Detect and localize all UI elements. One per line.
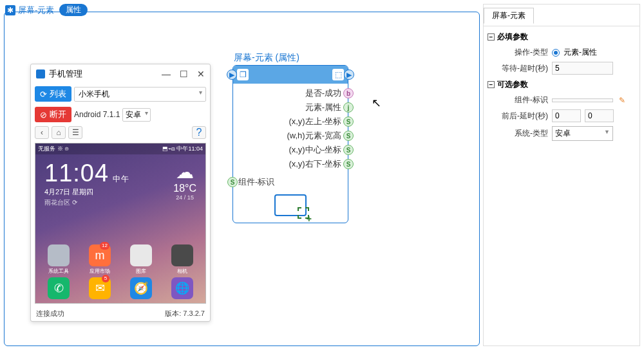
app-label: 图库: [136, 268, 146, 275]
plus-icon: +: [307, 214, 312, 224]
wait-timeout-input[interactable]: 5: [552, 62, 613, 75]
back-button[interactable]: ‹: [35, 126, 49, 139]
phone-screen[interactable]: 无服务 ※ ⊙ ⬒⌁⧈ 中午11:04 11:04中午 4月27日 星期四 雨花…: [35, 143, 206, 304]
app-icon: 🌐: [171, 277, 193, 299]
node-output-label: 元素-属性: [236, 102, 345, 113]
app-相机[interactable]: 相机: [171, 244, 193, 275]
window-titlebar[interactable]: 手机管理 — ☐ ✕: [31, 64, 210, 84]
connection-status: 连接成功: [36, 309, 64, 318]
disconnect-button[interactable]: ⊘断开: [35, 107, 71, 122]
app-icon: ✆: [48, 277, 70, 299]
node-target-icon[interactable]: ⬚: [332, 69, 344, 80]
help-button[interactable]: ?: [192, 126, 206, 139]
node-output-label: (x,y)中心-坐标: [236, 144, 345, 156]
app-globe[interactable]: 🌐: [171, 277, 193, 299]
weather-icon: ☁: [173, 161, 196, 183]
edit-icon[interactable]: ✎: [617, 95, 627, 106]
tab-title: 屏幕-元素: [18, 5, 54, 16]
required-section-header[interactable]: − 必填参数: [488, 29, 636, 45]
badge: 12: [100, 242, 109, 250]
node-copy-icon: ❐: [237, 69, 249, 80]
node-output-port[interactable]: j: [343, 102, 354, 113]
node-input-port[interactable]: S: [227, 177, 238, 187]
wait-timeout-label: 等待-超时(秒): [497, 63, 548, 74]
optional-section-header[interactable]: − 可选参数: [488, 77, 636, 93]
operation-type-label: 操作-类型: [497, 47, 548, 58]
node-output-label: 是否-成功: [236, 88, 345, 99]
props-tab[interactable]: 屏幕-元素: [484, 8, 534, 24]
phone-manager-window: 手机管理 — ☐ ✕ ⟳列表 小米手机 ⊘断开 Android 7.1.1 安卓…: [30, 64, 211, 322]
app-icon: [171, 244, 193, 266]
collapse-icon[interactable]: −: [488, 33, 495, 41]
app-msg[interactable]: ✉5: [89, 277, 111, 299]
node-exec-out-port[interactable]: ▶: [344, 69, 354, 80]
app-phone[interactable]: ✆: [48, 277, 70, 299]
window-title: 手机管理: [49, 68, 158, 80]
delay-after-input[interactable]: 0: [585, 109, 614, 122]
node-output-label: (x,y)左上-坐标: [236, 116, 345, 127]
node-block[interactable]: ▶ ❐ ⬚ ▶ 是否-成功b元素-属性j(x,y)左上-坐标S(w,h)元素-宽…: [232, 65, 348, 223]
app-label: 系统工具: [48, 268, 69, 275]
component-thumbnail[interactable]: +: [274, 194, 307, 216]
app-icon: [130, 244, 152, 266]
component-id-label: 组件-标识: [497, 95, 548, 106]
walk-icon: ✱: [5, 5, 15, 15]
recent-button[interactable]: ☰: [68, 126, 82, 139]
node-header[interactable]: ▶ ❐ ⬚ ▶: [233, 66, 348, 84]
platform-select[interactable]: 安卓: [122, 108, 151, 122]
node-output-row: (x,y)左上-坐标S: [233, 115, 348, 129]
node-title: 屏幕-元素 (属性): [234, 52, 299, 64]
stop-icon: ⊘: [40, 110, 47, 120]
node-output-port[interactable]: S: [343, 116, 354, 127]
node-output-row: (x,y)中心-坐标S: [233, 143, 348, 157]
node-input-label: 组件-标识: [238, 176, 274, 188]
status-left: 无服务 ※ ⊙: [38, 145, 69, 153]
workspace-canvas[interactable]: 手机管理 — ☐ ✕ ⟳列表 小米手机 ⊘断开 Android 7.1.1 安卓…: [4, 12, 480, 346]
temp-range: 24 / 15: [173, 194, 196, 201]
home-button[interactable]: ⌂: [52, 126, 66, 139]
app-系统工具[interactable]: 系统工具: [48, 244, 70, 275]
close-button[interactable]: ✕: [197, 69, 205, 79]
system-type-label: 系统-类型: [497, 128, 548, 139]
app-icon: [48, 244, 70, 266]
operation-type-radio[interactable]: [552, 49, 560, 57]
device-select[interactable]: 小米手机: [74, 87, 206, 102]
node-output-label: (x,y)右下-坐标: [236, 158, 345, 170]
tab-mode-pill[interactable]: 属性: [59, 4, 88, 16]
operation-type-value: 元素-属性: [564, 47, 597, 58]
app-图库[interactable]: 图库: [130, 244, 152, 275]
node-output-label: (w,h)元素-宽高: [236, 130, 345, 142]
node-output-port[interactable]: S: [343, 131, 354, 141]
node-output-row: (w,h)元素-宽高S: [233, 129, 348, 143]
node-exec-in-port[interactable]: ▶: [227, 69, 237, 80]
app-icon: 🧭: [130, 277, 152, 299]
app-label: 应用市场: [90, 268, 110, 275]
system-type-select[interactable]: 安卓: [552, 126, 613, 141]
version-text: 版本: 7.3.2.7: [165, 309, 205, 318]
clock-time: 11:04: [44, 160, 109, 187]
node-output-port[interactable]: S: [343, 159, 354, 169]
node-output-port[interactable]: S: [343, 145, 354, 155]
status-right: ⬒⌁⧈ 中午11:04: [162, 145, 203, 153]
node-output-row: 元素-属性j: [233, 100, 348, 115]
node-output-row: 是否-成功b: [233, 86, 348, 100]
node-output-row: (x,y)右下-坐标S: [233, 157, 348, 171]
os-version: Android 7.1.1: [74, 110, 120, 119]
properties-panel: 屏幕-元素 − 必填参数 操作-类型 元素-属性 等待-超时(秒) 5 − 可选…: [483, 4, 640, 346]
cursor-icon: ↖: [372, 96, 381, 110]
node-output-port[interactable]: b: [343, 88, 354, 98]
delay-before-input[interactable]: 0: [552, 109, 581, 122]
app-label: 相机: [177, 268, 187, 275]
app-browser[interactable]: 🧭: [130, 277, 152, 299]
list-button[interactable]: ⟳列表: [35, 86, 71, 102]
component-id-input[interactable]: [552, 98, 613, 102]
maximize-button[interactable]: ☐: [180, 69, 188, 79]
badge: 5: [102, 275, 109, 282]
delay-label: 前后-延时(秒): [497, 111, 548, 122]
minimize-button[interactable]: —: [162, 69, 171, 79]
temperature: 18°C: [173, 183, 196, 194]
app-应用市场[interactable]: m12应用市场: [89, 244, 111, 275]
app-icon: [36, 69, 45, 78]
clock-ampm: 中午: [113, 174, 129, 183]
collapse-icon[interactable]: −: [488, 81, 495, 88]
